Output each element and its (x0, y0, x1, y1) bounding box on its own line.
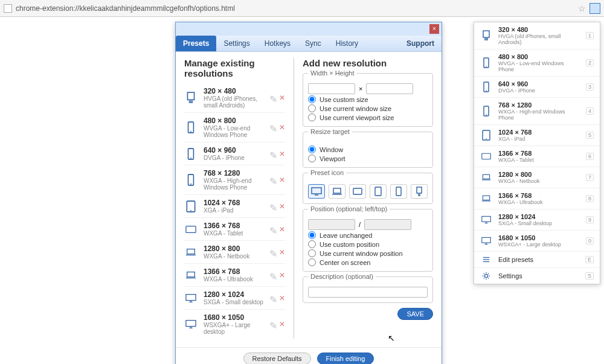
popup-dim: 1280 × 1024 (498, 213, 580, 220)
size-custom-radio[interactable] (308, 95, 316, 103)
resolution-row[interactable]: 1280 × 800 WXGA - Netbook ✎ ✕ (184, 240, 285, 263)
pos-center-radio[interactable] (308, 258, 316, 266)
phone-icon (480, 106, 492, 117)
delete-icon[interactable]: ✕ (279, 202, 285, 211)
popup-preset-row[interactable]: 1280 × 800 WXGA - Netbook 7 (474, 167, 600, 188)
tab-hotkeys[interactable]: Hotkeys (257, 36, 298, 51)
icon-choice-tablet[interactable] (370, 184, 387, 199)
popup-preset-row[interactable]: 640 × 960 DVGA - iPhone 3 (474, 77, 600, 98)
resolution-desc: WXGA - Netbook (204, 253, 263, 260)
tab-support[interactable]: Support (399, 36, 442, 51)
pos-window-radio[interactable] (308, 249, 316, 257)
extension-icon[interactable] (590, 3, 600, 14)
edit-icon[interactable]: ✎ (269, 320, 277, 327)
position-top-input[interactable] (364, 219, 411, 230)
popup-preset-row[interactable]: 1366 × 768 WXGA - Tablet 6 (474, 146, 600, 167)
hotkey-badge: E (585, 256, 594, 263)
delete-icon[interactable]: ✕ (279, 225, 285, 234)
tab-sync[interactable]: Sync (298, 36, 329, 51)
resolution-dim: 1366 × 768 (204, 222, 263, 230)
tab-presets[interactable]: Presets (176, 36, 216, 51)
edit-icon[interactable]: ✎ (269, 176, 277, 183)
tab-settings[interactable]: Settings (216, 36, 257, 51)
resize-target-legend: Resize target (308, 128, 352, 135)
finish-editing-button[interactable]: Finish editing (317, 353, 374, 364)
icon-choice-laptop[interactable] (329, 184, 345, 199)
phone-icon (184, 148, 198, 160)
resolution-row[interactable]: 1680 × 1050 WSXGA+ - Large desktop ✎ ✕ (184, 309, 285, 339)
address-text: chrome-extension://kkelicaakdanhinjdeamm… (16, 4, 574, 13)
delete-icon[interactable]: ✕ (279, 123, 285, 132)
target-window-radio[interactable] (308, 145, 316, 153)
popup-preset-row[interactable]: 1680 × 1050 WSXGA+ - Large desktop 0 (474, 231, 600, 252)
edit-icon[interactable]: ✎ (269, 294, 277, 301)
hotkey-badge: 6 (586, 153, 594, 160)
delete-icon[interactable]: ✕ (279, 150, 285, 158)
resolution-row[interactable]: 480 × 800 WVGA - Low-end Windows Phone ✎… (184, 112, 285, 142)
position-left-input[interactable] (308, 219, 355, 230)
position-group: Position (optional; left/top) / Leave un… (303, 209, 433, 272)
icon-choice-tablet-wide[interactable] (349, 184, 366, 199)
restore-defaults-button[interactable]: Restore Defaults (243, 353, 311, 364)
delete-icon[interactable]: ✕ (279, 176, 285, 184)
edit-icon[interactable]: ✎ (269, 202, 277, 209)
tab-history[interactable]: History (329, 36, 365, 51)
delete-icon[interactable]: ✕ (279, 271, 285, 279)
bookmark-star-icon[interactable]: ☆ (578, 4, 586, 13)
edit-icon[interactable]: ✎ (269, 225, 277, 232)
resolution-row[interactable]: 1280 × 1024 SXGA - Small desktop ✎ ✕ (184, 286, 285, 309)
close-icon[interactable]: × (429, 24, 439, 34)
popup-preset-row[interactable]: 320 × 480 HVGA (old iPhones, small Andro… (474, 22, 600, 49)
laptop-icon (480, 193, 492, 204)
resolution-row[interactable]: 320 × 480 HVGA (old iPhones, small Andro… (184, 83, 285, 112)
edit-icon[interactable]: ✎ (269, 123, 277, 130)
popup-preset-row[interactable]: 768 × 1280 WXGA - High-end Windows Phone… (474, 98, 600, 125)
delete-icon[interactable]: ✕ (279, 248, 285, 257)
delete-icon[interactable]: ✕ (279, 294, 285, 302)
popup-settings[interactable]: Settings S (474, 268, 600, 284)
resolution-row[interactable]: 1024 × 768 XGA - iPad ✎ ✕ (184, 194, 285, 217)
popup-preset-row[interactable]: 480 × 800 WVGA - Low-end Windows Phone 2 (474, 49, 600, 77)
hotkey-badge: 4 (586, 107, 594, 115)
edit-icon[interactable]: ✎ (269, 150, 277, 157)
popup-preset-row[interactable]: 1366 × 768 WXGA - Ultrabook 8 (474, 188, 600, 209)
resolution-row[interactable]: 1366 × 768 WXGA - Ultrabook ✎ ✕ (184, 263, 285, 286)
edit-icon[interactable]: ✎ (269, 271, 277, 278)
edit-icon[interactable]: ✎ (269, 94, 277, 101)
pos-unchanged-radio[interactable] (308, 231, 316, 239)
phone-icon (184, 121, 198, 133)
size-viewport-label: Use current viewport size (320, 114, 394, 121)
popup-desc: WVGA - Low-end Windows Phone (498, 60, 580, 72)
icon-choice-phone[interactable] (390, 184, 407, 199)
delete-icon[interactable]: ✕ (279, 94, 285, 102)
icon-choice-phone-old[interactable] (411, 184, 428, 199)
save-button[interactable]: SAVE (397, 308, 433, 320)
resolution-dim: 320 × 480 (204, 87, 263, 95)
popup-action-label: Edit presets (498, 256, 579, 263)
resolution-meta: 1280 × 1024 SXGA - Small desktop (204, 290, 263, 305)
resolution-meta: 480 × 800 WVGA - Low-end Windows Phone (204, 117, 263, 138)
width-input[interactable] (308, 83, 355, 94)
resolution-row[interactable]: 1366 × 768 WXGA - Tablet ✎ ✕ (184, 217, 285, 240)
size-viewport-radio[interactable] (308, 113, 316, 121)
height-input[interactable] (366, 83, 413, 94)
popup-dim: 1366 × 768 (498, 192, 580, 199)
pos-custom-radio[interactable] (308, 240, 316, 248)
popup-preset-row[interactable]: 1024 × 768 XGA - iPad 5 (474, 125, 600, 146)
popup-edit-presets[interactable]: Edit presets E (474, 252, 600, 268)
hotkey-badge: 3 (586, 83, 594, 91)
options-dialog: × Presets Settings Hotkeys Sync History … (175, 22, 442, 364)
size-window-radio[interactable] (308, 104, 316, 112)
resolution-row[interactable]: 640 × 960 DVGA - iPhone ✎ ✕ (184, 142, 285, 165)
target-viewport-radio[interactable] (308, 155, 316, 162)
resolution-row[interactable]: 768 × 1280 WXGA - High-end Windows Phone… (184, 165, 285, 194)
list-icon (480, 255, 492, 264)
delete-icon[interactable]: ✕ (279, 320, 285, 328)
dialog-titlebar: × (176, 22, 442, 36)
popup-preset-row[interactable]: 1280 × 1024 SXGA - Small desktop 9 (474, 209, 600, 231)
hotkey-badge: 0 (586, 237, 594, 244)
icon-choice-desktop[interactable] (308, 184, 325, 199)
resolution-dim: 1680 × 1050 (204, 313, 263, 322)
description-input[interactable] (308, 287, 428, 298)
edit-icon[interactable]: ✎ (269, 248, 277, 255)
